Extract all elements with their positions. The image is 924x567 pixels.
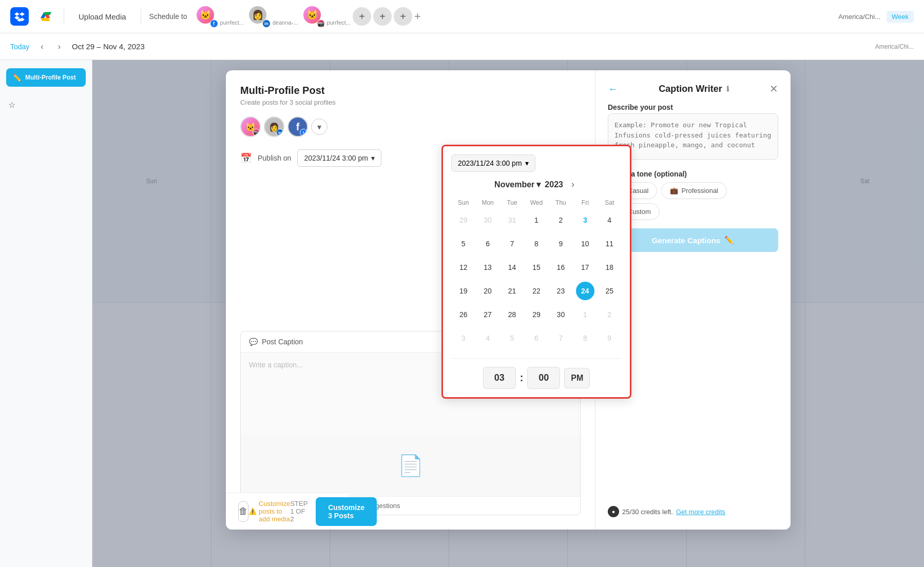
customize-posts-button[interactable]: Customize 3 Posts <box>316 497 377 526</box>
caption-writer-header: ← Caption Writer ℹ ✕ <box>608 83 778 95</box>
cal-day-nov2[interactable]: 2 <box>549 208 573 232</box>
time-selector-row: 03 : 00 PM <box>451 358 622 389</box>
cal-day-nov1[interactable]: 1 <box>524 208 548 232</box>
tone-professional-button[interactable]: 💼 Professional <box>661 182 727 199</box>
cal-day-7[interactable]: 7 <box>500 232 524 256</box>
credits-text: 25/30 credits left. <box>622 508 673 516</box>
cal-day-9[interactable]: 9 <box>549 232 573 256</box>
cal-day-23[interactable]: 23 <box>549 279 573 303</box>
top-navigation: Upload Media Schedule to 🐱 f purrfect...… <box>0 0 924 33</box>
cal-day-11[interactable]: 11 <box>598 232 622 256</box>
generate-captions-button[interactable]: Generate Captions ✏️ <box>608 228 778 252</box>
time-separator: : <box>520 372 524 384</box>
cal-day-21[interactable]: 21 <box>500 279 524 303</box>
prev-week-button[interactable]: ‹ <box>37 41 46 52</box>
cal-day-dec5[interactable]: 5 <box>500 326 524 350</box>
cal-day-5[interactable]: 5 <box>451 232 475 256</box>
dropbox-logo[interactable] <box>10 7 29 26</box>
cal-day-10[interactable]: 10 <box>573 232 597 256</box>
cal-day-dec4[interactable]: 4 <box>475 326 499 350</box>
add-profile-button[interactable]: + <box>353 7 371 26</box>
modal-profile-li[interactable]: 👩 in <box>264 116 284 137</box>
more-profiles-button[interactable]: + <box>414 10 421 23</box>
next-week-button[interactable]: › <box>55 41 64 52</box>
avatar-purrfect-fb[interactable]: 🐱 f <box>196 5 218 28</box>
calendar-month-button[interactable]: November ▾ <box>494 180 541 189</box>
cal-date-value: 2023/11/24 3:00 pm <box>458 159 522 167</box>
cal-day-dec7[interactable]: 7 <box>549 326 573 350</box>
drive-logo[interactable] <box>37 7 55 26</box>
document-icon: 📄 <box>398 454 424 478</box>
cal-day-24-selected[interactable]: 24 <box>573 279 597 303</box>
cal-day-nov4[interactable]: 4 <box>598 208 622 232</box>
cal-day-dec9[interactable]: 9 <box>598 326 622 350</box>
avatar-purrfect-ig[interactable]: 🐱 📷 <box>302 5 325 28</box>
cal-day-dec3[interactable]: 3 <box>451 326 475 350</box>
secondary-navigation: Today ‹ › Oct 29 – Nov 4, 2023 America/C… <box>0 33 924 60</box>
cal-row-5: 3 4 5 6 7 8 9 <box>451 326 622 350</box>
publish-date-button[interactable]: 2023/11/24 3:00 pm ▾ <box>297 149 381 167</box>
minute-input[interactable]: 00 <box>527 367 560 389</box>
modal-overlay: Multi-Profile Post Create posts for 3 so… <box>92 60 924 567</box>
cal-day-17[interactable]: 17 <box>573 256 597 279</box>
tone-section: Select a tone (optional) 👕 Casual 💼 Prof… <box>608 170 778 220</box>
calendar-next-button[interactable]: › <box>567 178 579 191</box>
ampm-selector[interactable]: PM <box>564 368 590 388</box>
week-view-button[interactable]: Week <box>887 11 914 23</box>
sidebar-item-starred[interactable]: ☆ <box>0 95 92 115</box>
describe-textarea[interactable] <box>608 113 778 160</box>
cal-day-nov3[interactable]: 3 <box>573 208 597 232</box>
cal-day-20[interactable]: 20 <box>475 279 499 303</box>
create-post-button[interactable]: ✏️ Multi-Profile Post <box>6 68 86 87</box>
cal-day-dec1[interactable]: 1 <box>573 303 597 326</box>
cal-day-28[interactable]: 28 <box>500 303 524 326</box>
add-profile-button-2[interactable]: + <box>373 7 392 26</box>
cal-row-3: 19 20 21 22 23 24 25 <box>451 279 622 303</box>
cal-day-19[interactable]: 19 <box>451 279 475 303</box>
weekday-fri: Fri <box>573 197 597 208</box>
caption-writer-close-button[interactable]: ✕ <box>769 83 778 95</box>
cal-day-oct30[interactable]: 30 <box>475 208 499 232</box>
upload-media-button[interactable]: Upload Media <box>72 9 132 24</box>
cal-day-dec8[interactable]: 8 <box>573 326 597 350</box>
facebook-badge: f <box>210 19 218 28</box>
hour-input[interactable]: 03 <box>483 367 516 389</box>
modal-profile-ig[interactable]: 🐱 📷 <box>240 116 261 137</box>
professional-icon: 💼 <box>670 187 678 194</box>
add-profile-button-3[interactable]: + <box>394 7 412 26</box>
more-profiles-dropdown[interactable]: ▾ <box>311 119 328 135</box>
cal-day-12[interactable]: 12 <box>451 256 475 279</box>
cal-day-16[interactable]: 16 <box>549 256 573 279</box>
cal-day-8[interactable]: 8 <box>524 232 548 256</box>
post-caption-label: Post Caption <box>262 338 303 346</box>
caption-writer-info-icon[interactable]: ℹ <box>726 85 729 93</box>
weekday-sun: Sun <box>451 197 475 208</box>
modal-profile-fb[interactable]: f f <box>287 116 308 137</box>
cal-date-input[interactable]: 2023/11/24 3:00 pm ▾ <box>451 154 535 172</box>
today-button[interactable]: Today <box>10 43 29 51</box>
cal-day-oct31[interactable]: 31 <box>500 208 524 232</box>
delete-button[interactable]: 🗑 <box>238 501 248 522</box>
cal-day-29[interactable]: 29 <box>524 303 548 326</box>
cal-day-dec6[interactable]: 6 <box>524 326 548 350</box>
tone-options: 👕 Casual 💼 Professional 🔗 Custom <box>608 182 778 220</box>
cal-day-dec2[interactable]: 2 <box>598 303 622 326</box>
describe-label: Describe your post <box>608 103 778 111</box>
cal-day-oct29[interactable]: 29 <box>451 208 475 232</box>
caption-writer-back-button[interactable]: ← <box>608 83 618 95</box>
post-caption-media-area: 📄 <box>241 435 580 496</box>
cal-day-26[interactable]: 26 <box>451 303 475 326</box>
cal-day-27[interactable]: 27 <box>475 303 499 326</box>
cal-day-30[interactable]: 30 <box>549 303 573 326</box>
cal-day-6[interactable]: 6 <box>475 232 499 256</box>
cal-day-25[interactable]: 25 <box>598 279 622 303</box>
modal-bottom-bar: 🗑 ⚠️ Customize posts to add media STEP 1… <box>226 493 349 530</box>
cal-day-18[interactable]: 18 <box>598 256 622 279</box>
cal-day-22[interactable]: 22 <box>524 279 548 303</box>
cal-day-14[interactable]: 14 <box>500 256 524 279</box>
cal-day-13[interactable]: 13 <box>475 256 499 279</box>
credits-row: ● 25/30 credits left. Get more credits <box>608 506 778 517</box>
get-more-credits-link[interactable]: Get more credits <box>676 508 725 516</box>
cal-day-15[interactable]: 15 <box>524 256 548 279</box>
avatar-deanna-li[interactable]: 👩 in <box>248 5 271 28</box>
